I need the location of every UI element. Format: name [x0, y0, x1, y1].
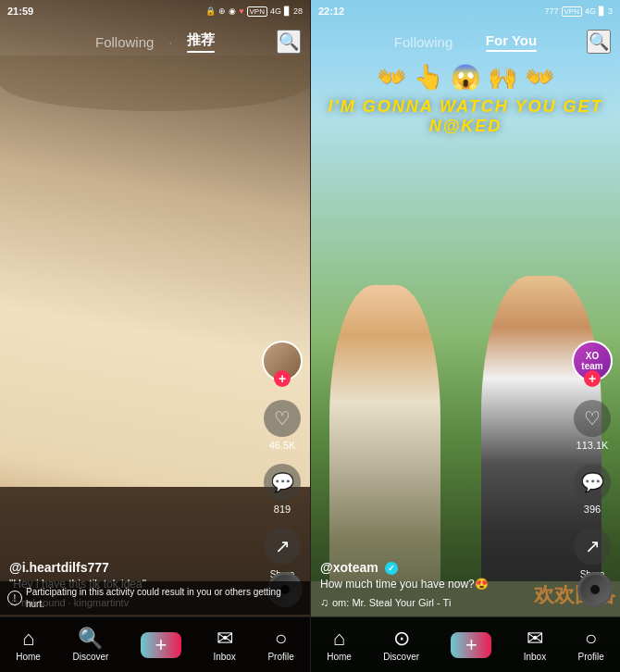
right-home-button[interactable]: ⌂ Home	[327, 628, 352, 662]
left-nav-following[interactable]: Following	[95, 34, 154, 50]
right-inbox-button[interactable]: ✉ Inbox	[524, 628, 546, 662]
emoji-shocked: 😱	[451, 63, 480, 92]
left-like-action[interactable]: ♡ 46.5K	[264, 400, 301, 451]
left-profile-button[interactable]: ○ Profile	[267, 628, 293, 662]
left-avatar-container[interactable]: +	[262, 341, 303, 381]
left-username: @i.heartdilfs777	[9, 560, 259, 575]
right-inbox-label: Inbox	[524, 652, 546, 662]
left-comment-icon: 💬	[264, 464, 301, 501]
right-create-button[interactable]: +	[451, 632, 491, 658]
right-comment-icon: 💬	[574, 464, 611, 501]
left-status-bar: 21:59 🔒 ⊕ ◉ ♥ VPN 4G ▊ 28	[0, 0, 310, 22]
right-home-icon: ⌂	[333, 628, 345, 649]
left-home-button[interactable]: ⌂ Home	[16, 628, 41, 662]
right-follow-plus[interactable]: +	[584, 370, 601, 387]
right-top-nav: Following · For You 🔍	[311, 22, 620, 61]
left-status-icons: 🔒 ⊕ ◉ ♥ VPN 4G ▊ 28	[205, 6, 303, 17]
left-side-actions: + ♡ 46.5K 💬 819 ↗ Share	[262, 341, 303, 579]
right-text-overlay: I'M GONNA WATCH YOU GET N@KED	[311, 97, 620, 136]
right-like-action[interactable]: ♡ 113.1K	[574, 400, 611, 451]
right-status-time: 22:12	[318, 6, 344, 17]
left-bottom-nav: ⌂ Home 🔍 Discover + ✉ Inbox ○ Profile	[0, 616, 310, 672]
right-discover-icon: ⊙	[393, 628, 410, 649]
right-bottom-info: @xoteam ✓ How much time you have now?😍 ♫…	[320, 560, 569, 609]
left-inbox-icon: ✉	[217, 628, 233, 649]
left-profile-icon: ○	[275, 628, 287, 649]
left-warning-text: Participating in this activity could res…	[26, 587, 281, 609]
left-inbox-label: Inbox	[213, 652, 235, 662]
warning-icon: !	[7, 591, 22, 605]
right-profile-icon: ○	[585, 628, 597, 649]
left-inbox-button[interactable]: ✉ Inbox	[213, 628, 235, 662]
right-nav-following[interactable]: Following	[394, 34, 453, 50]
left-warning-bar: ! Participating in this activity could r…	[0, 581, 310, 615]
left-home-label: Home	[16, 652, 41, 662]
right-side-actions: XOteam + ♡ 113.1K 💬 396 ↗ Share	[572, 341, 613, 579]
right-inbox-icon: ✉	[527, 628, 543, 649]
left-share-icon: ↗	[264, 528, 301, 565]
right-discover-label: Discover	[383, 652, 419, 662]
right-caption: How much time you have now?😍	[320, 578, 569, 592]
left-search-button[interactable]: 🔍	[277, 30, 301, 54]
emoji-point: 👆	[414, 63, 443, 92]
right-comment-action[interactable]: 💬 396	[574, 464, 611, 515]
right-like-count: 113.1K	[577, 440, 609, 451]
right-search-button[interactable]: 🔍	[587, 30, 611, 54]
emoji-raised: 🙌	[488, 63, 517, 92]
emoji-hands-1: 👐	[377, 63, 406, 92]
right-panel: 22:12 777 VPN 4G ▊ 3 Following · For You…	[310, 0, 620, 672]
right-status-bar: 22:12 777 VPN 4G ▊ 3	[311, 0, 620, 22]
left-discover-button[interactable]: 🔍 Discover	[72, 628, 108, 662]
right-discover-button[interactable]: ⊙ Discover	[383, 628, 419, 662]
left-status-time: 21:59	[7, 6, 33, 17]
left-create-button[interactable]: +	[141, 632, 181, 658]
left-discover-label: Discover	[72, 652, 108, 662]
right-like-icon: ♡	[574, 400, 611, 437]
right-avatar-container[interactable]: XOteam +	[572, 341, 613, 381]
left-like-icon: ♡	[264, 400, 301, 437]
left-comment-count: 819	[274, 504, 291, 515]
left-profile-label: Profile	[267, 652, 293, 662]
left-top-nav: Following · 推荐 🔍	[0, 22, 310, 61]
right-emoji-overlay: 👐 👆 😱 🙌 👐	[311, 63, 620, 92]
right-music-text: om: Mr. Steal Your Girl - Ti	[332, 597, 451, 608]
right-music-line: ♫ om: Mr. Steal Your Girl - Ti	[320, 596, 569, 609]
left-follow-plus[interactable]: +	[274, 370, 291, 387]
left-like-count: 46.5K	[269, 440, 296, 451]
verified-icon: ✓	[385, 562, 398, 575]
left-nav-recommend[interactable]: 推荐	[187, 31, 215, 53]
right-profile-button[interactable]: ○ Profile	[577, 628, 603, 662]
left-comment-action[interactable]: 💬 819	[264, 464, 301, 515]
left-home-icon: ⌂	[22, 628, 34, 649]
right-home-label: Home	[327, 652, 352, 662]
right-music-note-icon: ♫	[320, 596, 329, 609]
right-nav-divider: ·	[467, 35, 471, 49]
right-share-icon: ↗	[574, 528, 611, 565]
right-status-icons: 777 VPN 4G ▊ 3	[544, 6, 613, 17]
right-username: @xoteam ✓	[320, 560, 569, 575]
right-comment-count: 396	[584, 504, 601, 515]
right-profile-label: Profile	[577, 652, 603, 662]
right-music-disc[interactable]	[577, 572, 613, 607]
left-nav-divider: ·	[168, 35, 172, 49]
left-panel: 21:59 🔒 ⊕ ◉ ♥ VPN 4G ▊ 28 Following · 推荐…	[0, 0, 310, 672]
right-bottom-nav: ⌂ Home ⊙ Discover + ✉ Inbox ○ Profile	[311, 616, 620, 672]
emoji-hands-2: 👐	[525, 63, 554, 92]
right-nav-foryou[interactable]: For You	[486, 32, 537, 52]
left-discover-icon: 🔍	[78, 628, 103, 649]
